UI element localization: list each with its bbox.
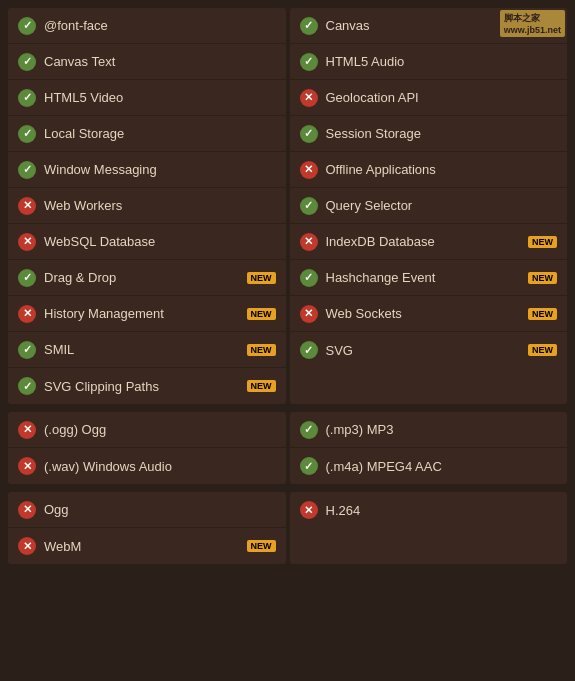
main-left-section: ✓@font-face✓Canvas Text✓HTML5 Video✓Loca… [8, 8, 286, 404]
feature-row: ✕Web SocketsNEW [290, 296, 568, 332]
cross-icon: ✕ [18, 457, 36, 475]
check-icon: ✓ [18, 89, 36, 107]
feature-row: ✕WebMNEW [8, 528, 286, 564]
new-badge: NEW [528, 236, 557, 248]
feature-label: WebSQL Database [44, 234, 276, 249]
new-badge: NEW [247, 344, 276, 356]
feature-row: ✕Geolocation API [290, 80, 568, 116]
cross-icon: ✕ [18, 305, 36, 323]
feature-label: (.mp3) MP3 [326, 422, 558, 437]
feature-label: Drag & Drop [44, 270, 241, 285]
check-icon: ✓ [18, 377, 36, 395]
cross-icon: ✕ [18, 197, 36, 215]
feature-label: (.wav) Windows Audio [44, 459, 276, 474]
cross-icon: ✕ [18, 501, 36, 519]
feature-label: Ogg [44, 502, 276, 517]
feature-row: ✓SVGNEW [290, 332, 568, 368]
feature-label: (.m4a) MPEG4 AAC [326, 459, 558, 474]
new-badge: NEW [247, 272, 276, 284]
new-badge: NEW [528, 344, 557, 356]
feature-row: ✓(.mp3) MP3 [290, 412, 568, 448]
video-grid: ✕Ogg✕WebMNEW ✕H.264 [8, 492, 567, 564]
feature-label: Hashchange Event [326, 270, 523, 285]
feature-row: ✓@font-face [8, 8, 286, 44]
feature-row: ✓Window Messaging [8, 152, 286, 188]
feature-row: ✕Offline Applications [290, 152, 568, 188]
check-icon: ✓ [300, 269, 318, 287]
video-right-section: ✕H.264 [290, 492, 568, 564]
feature-label: SVG [326, 343, 523, 358]
check-icon: ✓ [18, 341, 36, 359]
feature-row: ✕(.wav) Windows Audio [8, 448, 286, 484]
new-badge: NEW [528, 308, 557, 320]
cross-icon: ✕ [300, 161, 318, 179]
feature-row: ✓Hashchange EventNEW [290, 260, 568, 296]
feature-label: Query Selector [326, 198, 558, 213]
video-left-section: ✕Ogg✕WebMNEW [8, 492, 286, 564]
cross-icon: ✕ [300, 89, 318, 107]
check-icon: ✓ [18, 125, 36, 143]
feature-row: ✕WebSQL Database [8, 224, 286, 260]
check-icon: ✓ [18, 269, 36, 287]
check-icon: ✓ [300, 17, 318, 35]
check-icon: ✓ [300, 53, 318, 71]
cross-icon: ✕ [18, 421, 36, 439]
feature-row: ✓SMILNEW [8, 332, 286, 368]
cross-icon: ✕ [300, 501, 318, 519]
feature-row: ✓HTML5 Audio [290, 44, 568, 80]
feature-row: ✕(.ogg) Ogg [8, 412, 286, 448]
check-icon: ✓ [300, 341, 318, 359]
cross-icon: ✕ [300, 305, 318, 323]
feature-row: ✕Ogg [8, 492, 286, 528]
new-badge: NEW [247, 308, 276, 320]
feature-row: ✓Local Storage [8, 116, 286, 152]
feature-label: Web Sockets [326, 306, 523, 321]
new-badge: NEW [528, 272, 557, 284]
cross-icon: ✕ [18, 233, 36, 251]
feature-label: SVG Clipping Paths [44, 379, 241, 394]
new-badge: NEW [247, 380, 276, 392]
check-icon: ✓ [300, 125, 318, 143]
feature-row: ✕H.264 [290, 492, 568, 528]
feature-label: H.264 [326, 503, 558, 518]
feature-label: Session Storage [326, 126, 558, 141]
audio-right-section: ✓(.mp3) MP3✓(.m4a) MPEG4 AAC [290, 412, 568, 484]
feature-label: HTML5 Audio [326, 54, 558, 69]
feature-label: History Management [44, 306, 241, 321]
feature-label: Web Workers [44, 198, 276, 213]
check-icon: ✓ [18, 53, 36, 71]
feature-label: SMIL [44, 342, 241, 357]
feature-row: ✓(.m4a) MPEG4 AAC [290, 448, 568, 484]
cross-icon: ✕ [300, 233, 318, 251]
feature-row: ✕IndexDB DatabaseNEW [290, 224, 568, 260]
feature-row: ✓Canvas Text [8, 44, 286, 80]
cross-icon: ✕ [18, 537, 36, 555]
feature-label: HTML5 Video [44, 90, 276, 105]
feature-row: ✓HTML5 Video [8, 80, 286, 116]
feature-row: ✓Query Selector [290, 188, 568, 224]
main-right-section: ✓Canvas✓HTML5 Audio✕Geolocation API✓Sess… [290, 8, 568, 404]
feature-label: Canvas Text [44, 54, 276, 69]
feature-label: (.ogg) Ogg [44, 422, 276, 437]
feature-row: ✓Drag & DropNEW [8, 260, 286, 296]
feature-row: ✓SVG Clipping PathsNEW [8, 368, 286, 404]
feature-row: ✕Web Workers [8, 188, 286, 224]
new-badge: NEW [247, 540, 276, 552]
check-icon: ✓ [18, 17, 36, 35]
feature-row: ✕History ManagementNEW [8, 296, 286, 332]
feature-label: Local Storage [44, 126, 276, 141]
feature-label: @font-face [44, 18, 276, 33]
audio-grid: ✕(.ogg) Ogg✕(.wav) Windows Audio ✓(.mp3)… [8, 412, 567, 484]
feature-label: Window Messaging [44, 162, 276, 177]
feature-label: IndexDB Database [326, 234, 523, 249]
feature-label: Geolocation API [326, 90, 558, 105]
check-icon: ✓ [300, 457, 318, 475]
feature-label: WebM [44, 539, 241, 554]
check-icon: ✓ [18, 161, 36, 179]
feature-label: Offline Applications [326, 162, 558, 177]
check-icon: ✓ [300, 421, 318, 439]
main-grid: ✓@font-face✓Canvas Text✓HTML5 Video✓Loca… [8, 8, 567, 404]
watermark: 脚本之家www.jb51.net [500, 10, 565, 37]
feature-row: ✓Session Storage [290, 116, 568, 152]
audio-left-section: ✕(.ogg) Ogg✕(.wav) Windows Audio [8, 412, 286, 484]
